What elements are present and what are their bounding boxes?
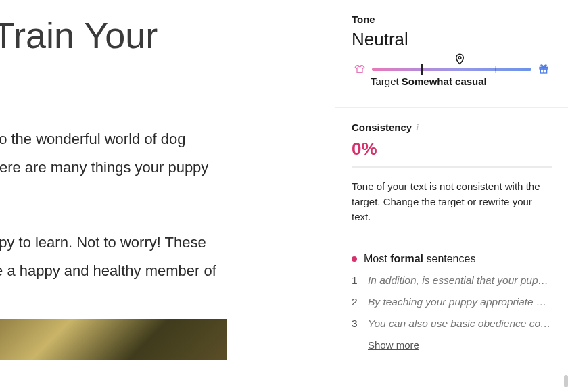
info-icon[interactable]: i [416,122,419,133]
formal-dot-icon [352,256,357,262]
tone-value: Neutral [352,29,552,50]
tone-label: Tone [352,14,552,25]
consistency-progress [352,166,552,168]
shirt-icon [354,64,365,74]
tone-slider[interactable]: Target Somewhat casual [354,64,549,87]
body-line: of these. [0,181,321,210]
target-label-row: Target Somewhat casual [371,76,549,87]
show-more-link[interactable]: Show more [368,339,552,351]
gift-icon [538,64,549,74]
consistency-value: 0% [352,139,552,160]
consistency-label: Consistency [352,122,412,133]
sentences-section: Most formal sentences 1 In addition, is … [335,239,568,364]
body-line: elcome to the wonderful world of dog [0,125,321,153]
sentence-text: By teaching your puppy appropriate behav… [368,296,552,308]
tone-slider-track[interactable] [372,68,531,71]
sentence-item[interactable]: 1 In addition, is essential that your pu… [352,274,552,287]
sentence-item[interactable]: 3 You can also use basic obedience comma… [352,318,552,330]
sentence-item[interactable]: 2 By teaching your puppy appropriate beh… [352,296,552,308]
editor-main: ou Train Your elcome to the wonderful wo… [0,0,335,392]
sentence-text: You can also use basic obedience command… [368,318,552,330]
body-line: new puppy to learn. Not to worry! These [0,228,321,257]
target-value: Somewhat casual [402,76,487,87]
current-tone-pin-icon[interactable] [454,53,466,68]
target-marker [421,64,423,75]
consistency-section: Consistency i 0% Tone of your text is no… [335,108,568,239]
tone-section: Tone Neutral [335,0,568,108]
sentence-number: 1 [352,274,358,287]
document-image [0,319,227,360]
sentence-number: 3 [352,318,358,330]
sentence-text: In addition, is essential that your pupp… [368,274,552,287]
scrollbar-thumb[interactable] [564,375,568,387]
body-line: work. There are many things your puppy [0,153,321,182]
consistency-description: Tone of your text is not consistent with… [352,179,552,225]
tone-sidebar: Tone Neutral [335,0,568,392]
sentences-header: Most formal sentences [352,253,552,265]
sentence-number: 2 [352,296,358,308]
svg-point-0 [458,56,461,59]
document-title[interactable]: ou Train Your [0,14,321,57]
body-line: l become a happy and healthy member of [0,257,321,285]
document-body[interactable]: elcome to the wonderful world of dog wor… [0,125,321,285]
